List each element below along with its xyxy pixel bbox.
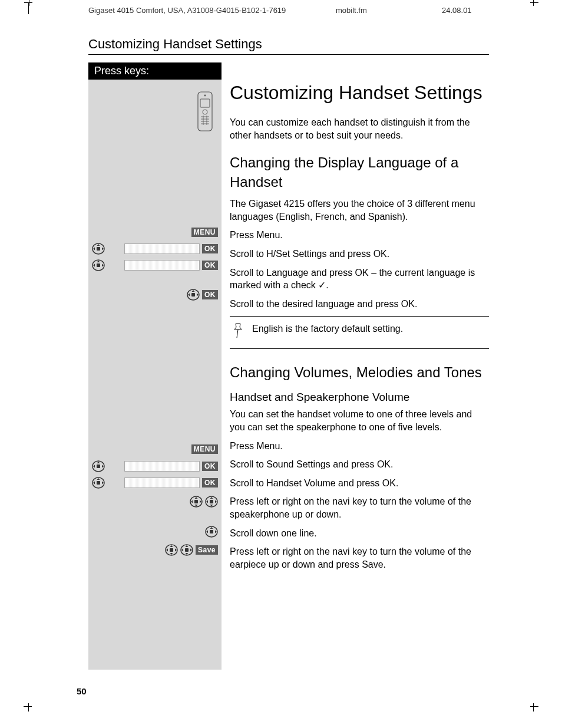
svg-rect-11 — [97, 247, 100, 251]
note-text: English is the factory default setting. — [252, 322, 403, 335]
navikey-icon — [187, 289, 200, 301]
lang-step: Press Menu. — [230, 229, 489, 242]
svg-marker-18 — [93, 264, 95, 267]
svg-marker-37 — [195, 497, 198, 499]
svg-marker-62 — [181, 549, 183, 552]
main-content: Customizing Handset Settings You can cus… — [222, 62, 489, 670]
svg-marker-51 — [215, 531, 217, 533]
navikey-down-icon — [205, 526, 218, 538]
section-rule — [88, 54, 489, 55]
svg-rect-31 — [97, 481, 100, 485]
navikey-icon — [92, 259, 105, 271]
svg-point-3 — [203, 110, 207, 114]
volume-intro: You can set the handset volume to one of… — [230, 408, 489, 433]
navikey-right-icon — [180, 544, 193, 556]
display-strip — [124, 477, 200, 488]
navikey-left-icon — [190, 496, 203, 508]
lang-step: Scroll to Language and press OK – the cu… — [230, 266, 489, 292]
svg-marker-46 — [215, 500, 217, 503]
doc-filename: mobilt.fm — [336, 6, 367, 15]
heading-handset-vol: Handset and Speakerphone Volume — [230, 390, 489, 405]
navikey-icon — [92, 460, 105, 472]
svg-marker-44 — [210, 505, 213, 506]
heading-volumes: Changing Volumes, Melodies and Tones — [230, 363, 489, 382]
svg-marker-33 — [93, 482, 95, 485]
page-number: 50 — [77, 686, 87, 696]
intro-text: You can customize each handset to distin… — [230, 116, 489, 141]
svg-marker-12 — [97, 244, 100, 246]
svg-marker-13 — [93, 248, 95, 251]
lang-step: Scroll to the desired language and press… — [230, 298, 489, 311]
svg-rect-36 — [194, 500, 198, 503]
svg-marker-57 — [175, 549, 177, 552]
svg-rect-26 — [97, 465, 100, 468]
press-keys-sidebar: Press keys: — [88, 62, 222, 670]
ok-key-badge: OK — [202, 462, 218, 471]
svg-rect-21 — [191, 293, 195, 297]
svg-rect-48 — [210, 530, 213, 533]
vol-step: Press Menu. — [230, 440, 489, 453]
navikey-right-icon — [205, 496, 218, 508]
ok-key-badge: OK — [202, 244, 218, 253]
page-title: Customizing Handset Settings — [230, 80, 489, 106]
vol-step: Scroll to Handset Volume and press OK. — [230, 477, 489, 490]
svg-marker-55 — [170, 553, 173, 555]
ok-key-badge: OK — [202, 290, 218, 299]
svg-rect-53 — [170, 548, 173, 552]
ok-key-badge: OK — [202, 478, 218, 487]
vol-step: Press left or right on the navi key to t… — [230, 545, 489, 571]
navikey-left-icon — [165, 544, 178, 556]
vol-step: Scroll down one line. — [230, 527, 489, 540]
section-title: Customizing Handset Settings — [88, 37, 262, 52]
svg-marker-28 — [93, 465, 95, 468]
doc-id: Gigaset 4015 Comfort, USA, A31008-G4015-… — [88, 6, 286, 15]
svg-point-1 — [204, 95, 206, 97]
heading-language: Changing the Display Language of a Hands… — [230, 153, 489, 192]
svg-marker-32 — [97, 478, 100, 480]
svg-marker-43 — [210, 497, 213, 499]
menu-key-badge: MENU — [191, 228, 218, 237]
navikey-icon — [92, 243, 105, 255]
save-key-badge: Save — [196, 545, 218, 555]
svg-marker-60 — [185, 545, 188, 547]
doc-date: 24.08.01 — [442, 6, 472, 15]
display-strip — [124, 260, 200, 271]
handset-illustration-icon — [196, 91, 214, 132]
svg-marker-24 — [197, 294, 199, 297]
svg-marker-29 — [102, 465, 104, 468]
lang-step: Scroll to H/Set Settings and press OK. — [230, 248, 489, 261]
vol-step: Scroll to Sound Settings and press OK. — [230, 458, 489, 471]
vol-step: Press left or right on the navi key to t… — [230, 495, 489, 521]
svg-marker-63 — [190, 549, 192, 552]
svg-marker-34 — [102, 482, 104, 485]
svg-marker-27 — [97, 462, 100, 463]
display-strip — [124, 461, 200, 472]
svg-rect-0 — [198, 92, 212, 131]
display-strip — [124, 243, 200, 254]
svg-marker-61 — [185, 553, 188, 555]
sidebar-header: Press keys: — [88, 62, 222, 80]
svg-marker-38 — [195, 505, 198, 506]
svg-marker-14 — [102, 248, 104, 251]
svg-marker-40 — [200, 500, 201, 503]
svg-marker-54 — [170, 545, 173, 547]
svg-marker-39 — [191, 500, 193, 503]
svg-rect-16 — [97, 263, 100, 267]
svg-marker-45 — [206, 500, 208, 503]
svg-marker-23 — [188, 294, 190, 297]
svg-marker-56 — [166, 549, 168, 552]
note-box: English is the factory default setting. — [230, 316, 489, 349]
svg-marker-19 — [102, 264, 104, 267]
svg-rect-59 — [185, 548, 189, 552]
navikey-icon — [92, 477, 105, 489]
svg-rect-42 — [210, 500, 213, 503]
svg-rect-2 — [200, 99, 210, 107]
svg-marker-49 — [210, 527, 213, 529]
language-intro: The Gigaset 4215 offers you the choice o… — [230, 197, 489, 223]
svg-marker-50 — [206, 531, 208, 533]
svg-marker-22 — [192, 290, 195, 292]
pushpin-icon — [232, 322, 244, 339]
menu-key-badge: MENU — [191, 444, 218, 454]
ok-key-badge: OK — [202, 261, 218, 270]
svg-marker-17 — [97, 261, 100, 262]
